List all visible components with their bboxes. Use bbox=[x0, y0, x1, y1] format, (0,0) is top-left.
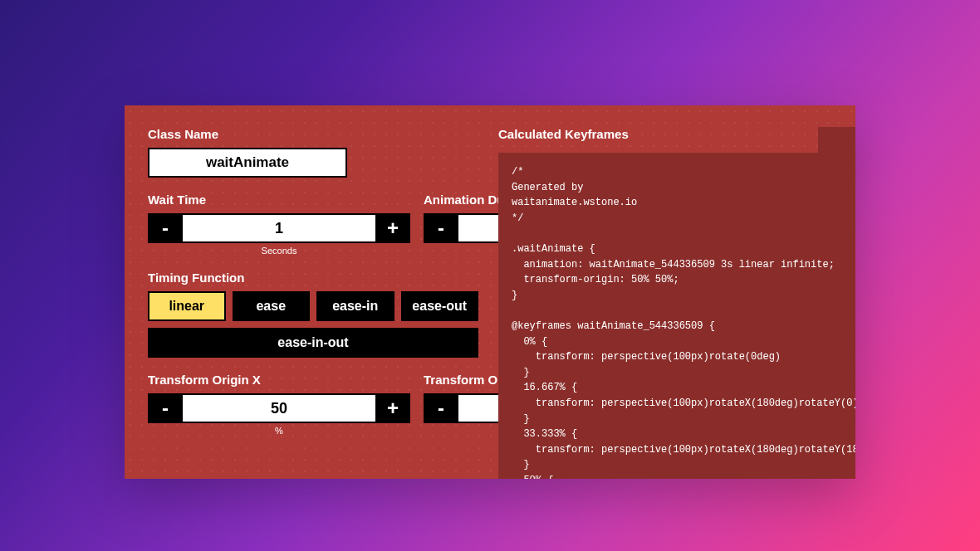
origin-x-input[interactable] bbox=[183, 393, 375, 423]
controls-column: Class Name Wait Time - + Seconds Animati… bbox=[148, 127, 478, 479]
timing-function-label: Timing Function bbox=[148, 271, 478, 285]
origin-x-unit: % bbox=[148, 426, 410, 436]
timing-option-linear[interactable]: linear bbox=[148, 291, 226, 321]
origin-x-plus-button[interactable]: + bbox=[375, 393, 410, 423]
origin-y-minus-button[interactable]: - bbox=[424, 393, 458, 423]
calculated-keyframes-heading: Calculated Keyframes bbox=[498, 127, 855, 141]
wait-time-stepper: - + bbox=[148, 213, 410, 243]
wait-time-minus-button[interactable]: - bbox=[148, 213, 183, 243]
origin-x-minus-button[interactable]: - bbox=[148, 393, 183, 423]
animation-preview-box bbox=[818, 127, 855, 233]
timing-option-ease-in[interactable]: ease-in bbox=[316, 291, 394, 321]
origin-x-label: Transform Origin X bbox=[148, 373, 410, 387]
wait-time-group: Wait Time - + Seconds bbox=[148, 193, 410, 256]
output-column: Calculated Keyframes /* Generated by wai… bbox=[498, 127, 855, 479]
origin-x-stepper: - + bbox=[148, 393, 410, 423]
timing-function-group: Timing Function linear ease ease-in ease… bbox=[148, 271, 478, 358]
origin-x-group: Transform Origin X - + % bbox=[148, 373, 410, 436]
config-panel: Class Name Wait Time - + Seconds Animati… bbox=[125, 105, 855, 479]
animation-duration-minus-button[interactable]: - bbox=[424, 213, 458, 243]
keyframes-output[interactable]: /* Generated by waitanimate.wstone.io */… bbox=[498, 153, 855, 479]
wait-time-input[interactable] bbox=[183, 213, 375, 243]
wait-time-unit: Seconds bbox=[148, 246, 410, 256]
wait-time-label: Wait Time bbox=[148, 193, 410, 207]
timing-option-ease-out[interactable]: ease-out bbox=[401, 291, 479, 321]
class-name-label: Class Name bbox=[148, 127, 478, 141]
wait-time-plus-button[interactable]: + bbox=[375, 213, 410, 243]
timing-option-ease[interactable]: ease bbox=[233, 291, 311, 321]
class-name-group: Class Name bbox=[148, 127, 478, 178]
timing-option-ease-in-out[interactable]: ease-in-out bbox=[148, 328, 478, 358]
class-name-input[interactable] bbox=[148, 148, 347, 178]
